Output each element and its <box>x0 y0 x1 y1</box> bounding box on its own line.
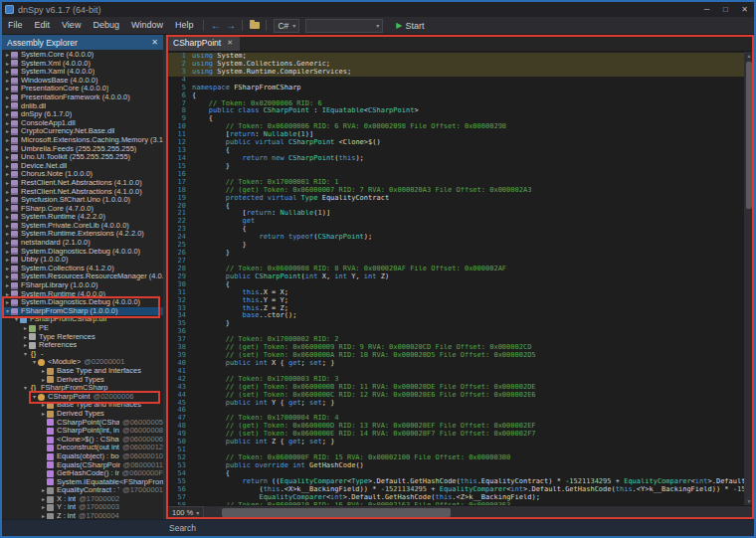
expander-icon[interactable]: ▸ <box>4 127 11 136</box>
tree-item[interactable]: CSharpPoint(CSharpPoint) : void@06000005 <box>2 419 163 428</box>
expander-icon[interactable]: ▸ <box>4 213 11 222</box>
vertical-scrollbar[interactable]: ▲ ▼ <box>744 52 754 505</box>
tree-item[interactable]: ▸PresentationCore (4.0.0.0) <box>2 85 163 93</box>
menu-help[interactable]: Help <box>169 17 200 34</box>
expander-icon[interactable]: ▸ <box>4 136 11 145</box>
expander-icon[interactable]: ▸ <box>4 179 11 188</box>
expander-icon[interactable]: ▸ <box>4 110 11 119</box>
expander-icon[interactable]: ▸ <box>40 512 47 519</box>
close-icon[interactable]: ✕ <box>151 38 158 47</box>
expander-icon[interactable]: ▸ <box>4 93 11 102</box>
tree-item[interactable]: ▸Type References <box>2 333 163 342</box>
expander-icon[interactable]: ▸ <box>4 153 11 162</box>
tree-item[interactable]: ▸PE <box>2 324 163 333</box>
tree-item[interactable]: ▸Derived Types <box>2 410 163 419</box>
tree-item[interactable]: ▾CSharpPoint@02000006 <box>2 393 163 402</box>
expander-icon[interactable]: ▾ <box>31 358 38 367</box>
menu-view[interactable]: View <box>56 17 87 34</box>
expander-icon[interactable]: ▸ <box>4 119 11 128</box>
expander-icon[interactable]: ▸ <box>4 188 11 197</box>
secondary-select[interactable]: ▾ <box>305 19 383 33</box>
maximize-button[interactable]: □ <box>716 2 735 17</box>
assembly-tree[interactable]: ▸System.Core (4.0.0.0)▸System.Xml (4.0.0… <box>2 50 163 519</box>
zoom-select[interactable]: 100 % ▾ <box>167 506 204 519</box>
tree-item[interactable]: ▸System.Xml (4.0.0.0) <box>2 60 163 69</box>
tree-item[interactable]: ▸RestClient.Net.Abstractions (4.1.0.0) <box>2 179 163 188</box>
expander-icon[interactable]: ▸ <box>4 68 11 77</box>
tree-item[interactable]: ▸FSharp.Core (4.7.0.0) <box>2 205 163 214</box>
expander-icon[interactable]: ▾ <box>4 307 11 316</box>
expander-icon[interactable]: ▸ <box>4 265 11 273</box>
tree-item[interactable]: ▸Device.Net.dll <box>2 162 163 171</box>
expander-icon[interactable]: ▸ <box>4 239 11 248</box>
expander-icon[interactable]: ▸ <box>4 290 11 299</box>
tree-item[interactable]: ▸Chorus.Note (1.0.0.0) <box>2 170 163 179</box>
tree-item[interactable]: ▸System.Private.CoreLib (4.0.0.0) <box>2 222 163 231</box>
expander-icon[interactable]: ▸ <box>40 503 47 512</box>
tree-item[interactable]: ▸System.Collections (4.1.2.0) <box>2 265 163 273</box>
tree-item[interactable]: ▸Base Type and Interfaces <box>2 401 163 410</box>
expander-icon[interactable]: ▸ <box>4 248 11 257</box>
tree-item[interactable]: ▾{}FSharpFromCSharp <box>2 384 163 393</box>
tree-item[interactable]: ▸RestClient.Net.Abstractions (4.1.0.0) <box>2 188 163 197</box>
tree-item[interactable]: ▸Uno.UI.Toolkit (255.255.255.255) <box>2 153 163 162</box>
tree-item[interactable]: ▸Umbrella.Feeds (255.255.255.255) <box>2 145 163 154</box>
tree-item[interactable]: ▸References <box>2 341 163 350</box>
tree-item[interactable]: ▾FSharpFromCSharp (1.0.0.0) <box>2 307 163 316</box>
tree-item[interactable]: ▸System.Runtime (4.0.0.0) <box>2 290 163 299</box>
tree-item[interactable]: ▸Syncfusion.SfChart.Uno (1.0.0.0) <box>2 196 163 205</box>
menu-window[interactable]: Window <box>125 17 169 34</box>
tree-item[interactable]: ▸FSharpLibrary (1.0.0.0) <box>2 281 163 290</box>
menu-edit[interactable]: Edit <box>29 17 57 34</box>
expander-icon[interactable]: ▸ <box>4 222 11 231</box>
tree-item[interactable]: ▸dnSpy (6.1.7.0) <box>2 110 163 119</box>
tree-item[interactable]: ▸dnlib.dll <box>2 102 163 111</box>
tree-item[interactable]: ▾<Module>@02000001 <box>2 358 163 367</box>
close-button[interactable]: ✕ <box>735 2 754 17</box>
tree-item[interactable]: ▸Z : int@17000004 <box>2 512 163 519</box>
expander-icon[interactable]: ▸ <box>4 298 11 307</box>
tree-item[interactable]: ▸Base Type and Interfaces <box>2 367 163 376</box>
expander-icon[interactable]: ▸ <box>40 486 47 495</box>
expander-icon[interactable]: ▸ <box>4 60 11 69</box>
minimize-button[interactable]: ─ <box>697 2 716 17</box>
expander-icon[interactable]: ▸ <box>4 51 11 60</box>
expander-icon[interactable]: ▸ <box>40 410 47 419</box>
tree-item[interactable]: Equals(CSharpPoint) : bool@06000011 <box>2 461 163 470</box>
expander-icon[interactable]: ▸ <box>4 162 11 171</box>
tree-item[interactable]: ▸PresentationFramework (4.0.0.0) <box>2 93 163 102</box>
tree-item[interactable]: System.IEquatable<FSharpFromCSharp.CShar… <box>2 478 163 487</box>
expander-icon[interactable]: ▸ <box>22 333 29 342</box>
language-select[interactable]: C# ▾ <box>274 19 299 33</box>
tree-item[interactable]: ▸System.Runtime (4.2.2.0) <box>2 213 163 222</box>
expander-icon[interactable]: ▸ <box>40 367 47 376</box>
tree-item[interactable]: ▸Y : int@17000003 <box>2 503 163 512</box>
tree-item[interactable]: ▸WindowsBase (4.0.0.0) <box>2 77 163 86</box>
expander-icon[interactable]: ▸ <box>4 196 11 205</box>
expander-icon[interactable]: ▸ <box>22 341 29 350</box>
expander-icon[interactable]: ▾ <box>22 350 29 359</box>
start-button[interactable]: ▶ Start <box>392 19 428 32</box>
expander-icon[interactable]: ▸ <box>22 324 29 333</box>
tree-item[interactable]: Deconstruct(out int, out int, out int) :… <box>2 444 163 452</box>
horizontal-scrollbar[interactable] <box>204 506 754 519</box>
search-bar[interactable]: Search <box>2 519 754 536</box>
scrollbar-thumb[interactable] <box>746 62 752 209</box>
tab-csharppoint[interactable]: CSharpPoint ✕ <box>166 35 240 51</box>
tree-item[interactable]: ▸X : int@17000002 <box>2 495 163 504</box>
tree-item[interactable]: ▸System.Runtime.Extensions (4.2.2.0) <box>2 230 163 239</box>
expander-icon[interactable]: ▸ <box>4 256 11 265</box>
tree-item[interactable]: CSharpPoint(int, int, int) : void@060000… <box>2 427 163 436</box>
menu-debug[interactable]: Debug <box>87 17 125 34</box>
tree-item[interactable]: ▸Microsoft.Extensions.Caching.Memory (3.… <box>2 136 163 145</box>
expander-icon[interactable]: ▸ <box>4 230 11 239</box>
expander-icon[interactable]: ▸ <box>40 376 47 385</box>
tree-item[interactable]: ▸Ubby (1.0.0.0) <box>2 256 163 265</box>
scroll-up-icon[interactable]: ▲ <box>744 52 754 60</box>
tree-item[interactable]: ▸System.Xaml (4.0.0.0) <box>2 68 163 77</box>
menu-file[interactable]: File <box>2 17 29 34</box>
expander-icon[interactable]: ▸ <box>4 77 11 86</box>
scrollbar-thumb[interactable] <box>222 508 451 517</box>
tree-item[interactable]: ▸netstandard (2.1.0.0) <box>2 239 163 248</box>
scroll-down-icon[interactable]: ▼ <box>744 497 754 505</box>
